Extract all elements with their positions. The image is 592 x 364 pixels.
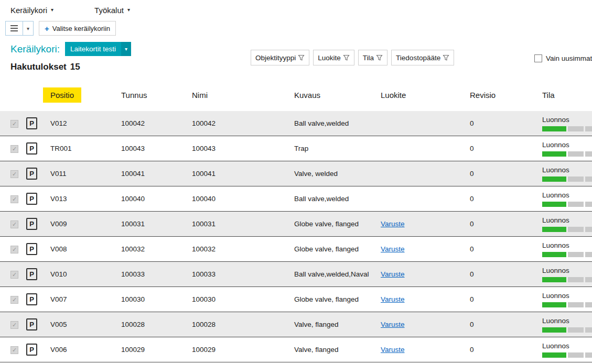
toolbar: ▾ + Valitse keräilykoriin bbox=[0, 19, 592, 39]
column-header-luokite[interactable]: Luokite bbox=[381, 91, 470, 100]
position-card-icon[interactable]: P bbox=[26, 293, 37, 305]
checkbox-icon[interactable] bbox=[534, 54, 542, 62]
progress-segment bbox=[568, 202, 584, 207]
cell-revisio: 0 bbox=[470, 245, 542, 253]
column-header-tunnus[interactable]: Tunnus bbox=[121, 91, 192, 100]
status-label: Luonnos bbox=[542, 342, 592, 350]
table-row[interactable]: ✓ P TR001 100043 100043 Trap 0 Luonnos bbox=[0, 136, 592, 161]
filter-button-luokite[interactable]: Luokite bbox=[313, 50, 354, 65]
filter-button-objektityyppi[interactable]: Objektityyppi bbox=[251, 50, 309, 65]
cell-kuvaus: Globe valve, flanged bbox=[294, 295, 381, 303]
position-card-icon[interactable]: P bbox=[26, 344, 37, 356]
cell-tila: Luonnos bbox=[542, 292, 592, 307]
table-row[interactable]: ✓ P V010 100033 100033 Ball valve,welded… bbox=[0, 262, 592, 287]
status-label: Luonnos bbox=[542, 267, 592, 274]
progress-segment-done bbox=[542, 277, 566, 282]
status-progress-bar bbox=[542, 177, 592, 182]
status-progress-bar bbox=[542, 151, 592, 157]
progress-segment-done bbox=[542, 151, 566, 157]
table-row[interactable]: ✓ P V011 100041 100041 Valve, welded 0 L… bbox=[0, 161, 592, 186]
progress-segment bbox=[568, 177, 584, 182]
cell-kuvaus: Valve, welded bbox=[294, 170, 381, 178]
table-row[interactable]: ✓ P V012 100042 100042 Ball valve,welded… bbox=[0, 111, 592, 136]
luokite-link[interactable]: Varuste bbox=[381, 346, 405, 354]
basket-dropdown-value: Laitekortit testi bbox=[65, 42, 121, 56]
column-header-positio[interactable]: Positio bbox=[50, 87, 121, 103]
column-header-revisio[interactable]: Revisio bbox=[470, 91, 542, 100]
position-card-icon[interactable]: P bbox=[26, 218, 37, 230]
cell-luokite: Varuste bbox=[381, 220, 470, 228]
row-checkbox[interactable]: ✓ bbox=[10, 145, 18, 153]
table-row[interactable]: ✓ P V008 100032 100032 Globe valve, flan… bbox=[0, 237, 592, 262]
progress-segment bbox=[585, 126, 592, 131]
add-to-basket-button[interactable]: + Valitse keräilykoriin bbox=[39, 21, 116, 36]
cell-nimi: 100031 bbox=[192, 220, 294, 228]
luokite-link[interactable]: Varuste bbox=[381, 321, 405, 328]
column-header-nimi[interactable]: Nimi bbox=[192, 91, 294, 100]
table-row[interactable]: ✓ P V005 100028 100028 Valve, flanged Va… bbox=[0, 312, 592, 337]
cell-revisio: 0 bbox=[470, 346, 542, 354]
cell-tila: Luonnos bbox=[542, 317, 592, 333]
cell-positio: V012 bbox=[50, 119, 121, 127]
position-card-icon[interactable]: P bbox=[26, 168, 37, 180]
luokite-link[interactable]: Varuste bbox=[381, 295, 405, 303]
cell-kuvaus: Valve, flanged bbox=[294, 346, 381, 354]
cell-revisio: 0 bbox=[470, 270, 542, 278]
position-card-icon[interactable]: P bbox=[26, 117, 37, 129]
position-card-icon[interactable]: P bbox=[26, 243, 37, 255]
column-header-tila[interactable]: Tila bbox=[542, 91, 592, 100]
cell-luokite: Varuste bbox=[381, 270, 470, 278]
table-row[interactable]: ✓ P V007 100030 100030 Globe valve, flan… bbox=[0, 287, 592, 312]
luokite-link[interactable]: Varuste bbox=[381, 245, 405, 253]
table-row[interactable]: ✓ P V006 100029 100029 Valve, flanged Va… bbox=[0, 337, 592, 362]
progress-segment bbox=[585, 327, 592, 333]
cell-positio: V007 bbox=[50, 295, 121, 303]
menu-item-työkalut[interactable]: Työkalut ▾ bbox=[89, 3, 135, 18]
status-progress-bar bbox=[542, 327, 592, 333]
progress-segment bbox=[585, 277, 592, 282]
row-checkbox[interactable]: ✓ bbox=[10, 346, 18, 354]
progress-segment-done bbox=[542, 126, 566, 131]
row-checkbox[interactable]: ✓ bbox=[10, 220, 18, 228]
filter-button-tiedostopääte[interactable]: Tiedostopääte bbox=[391, 50, 454, 65]
row-checkbox[interactable]: ✓ bbox=[10, 271, 18, 279]
position-card-icon[interactable]: P bbox=[26, 142, 37, 155]
filter-button-label: Tila bbox=[363, 54, 374, 62]
chevron-down-icon[interactable]: ▾ bbox=[23, 21, 33, 35]
newest-only-checkbox[interactable]: Vain uusimmat r bbox=[534, 54, 592, 62]
column-header-kuvaus[interactable]: Kuvaus bbox=[294, 91, 381, 100]
row-checkbox[interactable]: ✓ bbox=[10, 246, 18, 253]
row-checkbox[interactable]: ✓ bbox=[10, 170, 18, 178]
cell-tila: Luonnos bbox=[542, 116, 592, 131]
cell-revisio: 0 bbox=[470, 145, 542, 152]
row-checkbox[interactable]: ✓ bbox=[10, 321, 18, 329]
progress-segment-done bbox=[542, 302, 566, 307]
position-card-icon[interactable]: P bbox=[26, 193, 37, 205]
menu-item-keräilykori[interactable]: Keräilykori ▾ bbox=[5, 3, 59, 18]
status-label: Luonnos bbox=[542, 191, 592, 199]
cell-positio: V013 bbox=[50, 195, 121, 203]
cell-tunnus: 100030 bbox=[121, 295, 192, 303]
filter-button-tila[interactable]: Tila bbox=[358, 50, 388, 65]
row-checkbox[interactable]: ✓ bbox=[10, 120, 18, 128]
luokite-link[interactable]: Varuste bbox=[381, 220, 405, 228]
menu-item-label: Työkalut bbox=[94, 6, 124, 15]
table-row[interactable]: ✓ P V009 100031 100031 Globe valve, flan… bbox=[0, 212, 592, 237]
menubar: Keräilykori ▾ Työkalut ▾ bbox=[0, 0, 592, 19]
table-row[interactable]: ✓ P V013 100040 100040 Ball valve,welded… bbox=[0, 186, 592, 212]
cell-kuvaus: Ball valve,welded,Naval bbox=[294, 270, 381, 278]
row-checkbox[interactable]: ✓ bbox=[10, 296, 18, 304]
luokite-link[interactable]: Varuste bbox=[381, 270, 405, 278]
cell-tunnus: 100043 bbox=[121, 145, 192, 152]
row-checkbox[interactable]: ✓ bbox=[10, 195, 18, 203]
cell-tunnus: 100041 bbox=[121, 170, 192, 178]
status-label: Luonnos bbox=[542, 216, 592, 224]
list-options-split-button[interactable]: ▾ bbox=[5, 21, 34, 36]
status-label: Luonnos bbox=[542, 116, 592, 124]
header-section: Keräilykori: Laitekortit testi ▾ Hakutul… bbox=[0, 39, 592, 76]
cell-positio: V009 bbox=[50, 220, 121, 228]
position-card-icon[interactable]: P bbox=[26, 318, 37, 330]
progress-segment-done bbox=[542, 352, 566, 358]
position-card-icon[interactable]: P bbox=[26, 268, 37, 280]
basket-dropdown[interactable]: Laitekortit testi ▾ bbox=[65, 42, 131, 56]
